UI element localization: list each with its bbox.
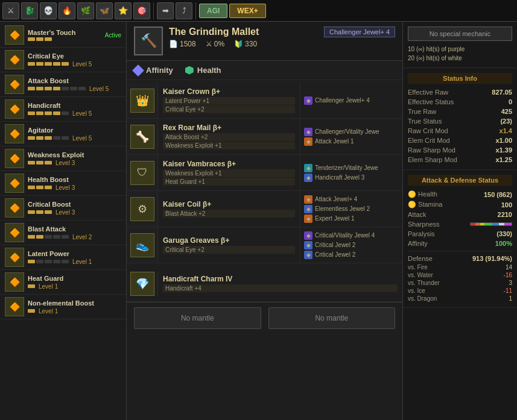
sidebar-item-11[interactable]: 🔶Non-elemental BoostLevel 1: [0, 295, 126, 319]
mantle-2-button[interactable]: No mantle: [268, 307, 396, 329]
nav-icon-arrow[interactable]: ➡: [157, 2, 174, 19]
sidebar-item-0[interactable]: 🔶Master's TouchActive: [0, 23, 126, 48]
charm-icon[interactable]: 💎: [130, 272, 154, 296]
raw-crit-mod-label: Raw Crit Mod: [408, 127, 448, 134]
true-raw-label: True Raw: [408, 108, 436, 115]
jewel-icon-1-0: ◆: [304, 128, 312, 136]
armor-icon-0[interactable]: 👑: [130, 89, 154, 113]
effective-status-value: 0: [509, 98, 512, 105]
skill-pip-10-0: [28, 284, 35, 288]
mantle-1-button[interactable]: No mantle: [134, 307, 261, 329]
sidebar-item-7[interactable]: 🔶Critical BoostLevel 3: [0, 196, 126, 221]
effective-raw-row: Effective Raw 827.05: [408, 87, 512, 97]
nav-icon-butterfly[interactable]: 🦋: [96, 2, 113, 19]
sidebar-item-6[interactable]: 🔶Health BoostLevel 3: [0, 171, 126, 196]
sidebar-skill-name-3: Handicraft: [28, 102, 121, 109]
jewel-slot-2-1[interactable]: ◆Handicraft Jewel 3: [304, 174, 399, 182]
sidebar-item-1[interactable]: 🔶Critical EyeLevel 5: [0, 48, 126, 72]
armor-name-0: Kaiser Crown β+: [163, 87, 295, 96]
skill-pip-8-4: [62, 235, 69, 239]
jewel-icon-0-0: ◆: [304, 96, 312, 105]
raw-sharp-mod-label: Raw Sharp Mod: [408, 146, 455, 154]
sidebar-item-3[interactable]: 🔶HandicraftLevel 5: [0, 97, 126, 122]
jewel-label-1-1: Attack Jewel 1: [315, 138, 354, 145]
skill-pip-8-2: [45, 235, 52, 239]
armor-icon-2[interactable]: 🛡: [130, 161, 154, 185]
affinity-augment: Affinity: [134, 66, 173, 75]
jewel-slot-4-1[interactable]: ◆Critical Jewel 2: [304, 241, 399, 249]
jewel-slot-1-1[interactable]: ◆Attack Jewel 1: [304, 137, 399, 146]
armor-icon-cell-1: 🦴: [127, 119, 158, 154]
weapon-header: 🔨 The Grinding Mallet 📄 1508 ⚔ 0% 🔰 330: [127, 22, 402, 61]
jewel-icon-3-1: ◆: [304, 205, 312, 213]
sidebar-skill-icon-4: 🔶: [5, 124, 24, 143]
weapon-jewel[interactable]: Challenger Jewel+ 4: [324, 27, 395, 37]
paralysis-label: Paralysis: [408, 230, 435, 237]
weapon-icon[interactable]: 🔨: [134, 27, 163, 55]
armor-icon-1[interactable]: 🦴: [130, 125, 154, 149]
skill-level-4: Level 5: [72, 135, 92, 142]
skill-pip-7-0: [28, 210, 35, 214]
sidebar-item-4[interactable]: 🔶AgitatorLevel 5: [0, 122, 126, 146]
charm-row: 💎 Handicraft Charm IV Handicraft +4: [127, 266, 402, 302]
sidebar-skill-icon-6: 🔶: [5, 174, 24, 193]
jewel-slot-3-0[interactable]: ◆Attack Jewel+ 4: [304, 195, 399, 204]
stamina-value: 100: [501, 201, 512, 208]
armor-name-2: Kaiser Vambraces β+: [163, 160, 295, 168]
jewel-label-2-1: Handicraft Jewel 3: [315, 174, 364, 181]
jewel-slot-0-0[interactable]: ◆Challenger Jewel+ 4: [304, 96, 399, 105]
skill-pip-7-1: [36, 210, 43, 214]
sidebar-item-5[interactable]: 🔶Weakness ExploitLevel 3: [0, 146, 126, 171]
jewel-slot-3-1[interactable]: ◆Elementless Jewel 2: [304, 205, 399, 213]
armor-row-2: 🛡Kaiser Vambraces β+Weakness Exploit +1H…: [127, 155, 402, 191]
true-status-row: True Status (23): [408, 116, 512, 126]
armor-jewels-2: ◆Tenderizer/Vitality Jewe◆Handicraft Jew…: [300, 155, 402, 190]
armor-icon-3[interactable]: ⚙: [130, 197, 154, 221]
skill-level-7: Level 3: [56, 209, 75, 216]
effective-status-row: Effective Status 0: [408, 97, 512, 107]
armor-main-4: Garuga Greaves β+Critical Eye +2: [158, 227, 300, 263]
armor-skill-1-1: Weakness Exploit +1: [163, 142, 295, 149]
sidebar-skill-name-4: Agitator: [28, 127, 121, 134]
armor-icon-4[interactable]: 👟: [130, 233, 154, 257]
nav-btn-wex[interactable]: WEX+: [229, 4, 265, 18]
jewel-label-4-0: Critical/Vitality Jewel 4: [315, 232, 375, 239]
charm-icon-cell: 💎: [127, 272, 158, 296]
nav-icon-dragon[interactable]: 🐉: [21, 2, 38, 19]
armor-skill-0-0: Latent Power +1: [163, 97, 295, 105]
weapon-stats: 📄 1508 ⚔ 0% 🔰 330: [169, 40, 318, 48]
jewel-label-1-0: Challenger/Vitality Jewe: [315, 128, 379, 135]
skill-pip-4-0: [28, 136, 35, 140]
skill-level-3: Level 5: [72, 110, 92, 117]
nav-icon-target[interactable]: 🎯: [133, 2, 150, 19]
raw-sharp-mod-value: x1.39: [495, 146, 512, 154]
nav-divider-2: [195, 2, 196, 19]
jewel-slot-3-2[interactable]: ◆Expert Jewel 1: [304, 215, 399, 223]
sidebar-item-10[interactable]: 🔶Heat GuardLevel 1: [0, 270, 126, 295]
sidebar-item-8[interactable]: 🔶Blast AttackLevel 2: [0, 221, 126, 245]
status-info-section: Status Info Effective Raw 827.05 Effecti…: [403, 68, 517, 170]
nav-icon-arrow2[interactable]: ⤴: [176, 2, 192, 19]
sidebar-skill-name-7: Critical Boost: [28, 201, 121, 208]
skill-level-6: Level 3: [56, 184, 75, 191]
skill-level-10: Level 1: [39, 283, 58, 290]
weapon-affinity-icon: ⚔: [206, 40, 212, 48]
nav-btn-agi[interactable]: AGI: [199, 4, 227, 18]
jewel-icon-2-0: ◆: [304, 164, 312, 172]
jewel-slot-4-2[interactable]: ◆Critical Jewel 2: [304, 251, 399, 259]
armor-skill-2-0: Weakness Exploit +1: [163, 169, 295, 177]
sidebar-item-2[interactable]: 🔶Attack BoostLevel 5: [0, 72, 126, 97]
nav-icon-skull[interactable]: 💀: [40, 2, 57, 19]
jewel-slot-4-0[interactable]: ◆Critical/Vitality Jewel 4: [304, 231, 399, 240]
skill-pip-8-0: [28, 235, 35, 239]
armor-skill-3-0: Blast Attack +2: [163, 210, 295, 218]
nav-icon-sword[interactable]: ⚔: [2, 2, 19, 19]
skill-pip-3-1: [36, 111, 43, 115]
nav-icon-fire[interactable]: 🔥: [59, 2, 75, 19]
nav-icon-star[interactable]: ⭐: [115, 2, 132, 19]
sidebar-item-9[interactable]: 🔶Latent PowerLevel 1: [0, 245, 126, 270]
nav-icon-leaf[interactable]: 🌿: [77, 2, 94, 19]
jewel-slot-2-0[interactable]: ◆Tenderizer/Vitality Jewe: [304, 164, 399, 172]
jewel-slot-1-0[interactable]: ◆Challenger/Vitality Jewe: [304, 128, 399, 136]
skill-pip-5-1: [36, 161, 43, 165]
